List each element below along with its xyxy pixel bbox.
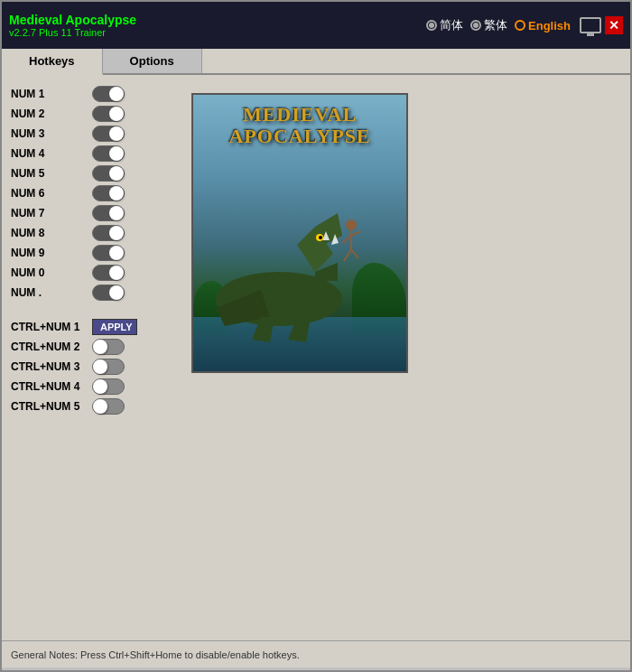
hotkey-row-num-10: NUM 0 bbox=[11, 263, 173, 283]
toggle-num3[interactable] bbox=[92, 126, 125, 142]
radio-simplified[interactable] bbox=[426, 20, 437, 31]
hotkey-label-num0: NUM 0 bbox=[11, 266, 83, 279]
hotkey-label-num1: NUM 1 bbox=[11, 88, 83, 100]
hotkey-label-num6: NUM 6 bbox=[11, 187, 83, 200]
hotkey-label-ctrlnum3: CTRL+NUM 3 bbox=[11, 360, 83, 373]
hotkey-label-num2: NUM 2 bbox=[11, 107, 83, 120]
toggle-num7[interactable] bbox=[92, 205, 125, 221]
hotkey-row-ctrl-2: CTRL+NUM 2 bbox=[11, 337, 173, 357]
lang-simplified-label: 简体 bbox=[440, 17, 463, 33]
hotkey-row-num-3: NUM 3 bbox=[11, 124, 173, 144]
title-bar: Medieval Apocalypse v2.2.7 Plus 11 Train… bbox=[2, 2, 630, 49]
toggle-num5[interactable] bbox=[92, 165, 125, 182]
hotkey-row-num-9: NUM 9 bbox=[11, 243, 173, 263]
toggle-num0[interactable] bbox=[92, 265, 125, 281]
hotkey-label-num8: NUM 8 bbox=[11, 227, 83, 239]
toggle-num2[interactable] bbox=[92, 106, 125, 122]
title-right: 简体 繁体 English ✕ bbox=[426, 16, 623, 34]
monitor-button[interactable] bbox=[580, 17, 601, 33]
ctrl-hotkeys-group: CTRL+NUM 1APPLYCTRL+NUM 2CTRL+NUM 3CTRL+… bbox=[11, 317, 173, 416]
hotkey-row-num-6: NUM 6 bbox=[11, 183, 173, 203]
hotkey-row-num-8: NUM 8 bbox=[11, 223, 173, 243]
lang-english[interactable]: English bbox=[515, 19, 571, 33]
title-left: Medieval Apocalypse v2.2.7 Plus 11 Train… bbox=[9, 13, 136, 38]
hotkey-row-ctrl-1: CTRL+NUM 1APPLY bbox=[11, 317, 173, 337]
hotkey-row-num-1: NUM 1 bbox=[11, 84, 173, 104]
hotkey-label-num7: NUM 7 bbox=[11, 207, 83, 219]
toggle-num9[interactable] bbox=[92, 245, 125, 261]
toggle-num6[interactable] bbox=[92, 185, 125, 201]
hotkey-label-num.: NUM . bbox=[11, 286, 83, 299]
game-cover: MEDIEVALAPOCALYPSE bbox=[191, 93, 408, 373]
toggle-ctrlnum2[interactable] bbox=[92, 339, 125, 355]
toggle-ctrlnum5[interactable] bbox=[92, 398, 125, 415]
footer-text: General Notes: Press Ctrl+Shift+Home to … bbox=[11, 649, 300, 660]
hotkey-row-num-7: NUM 7 bbox=[11, 203, 173, 223]
hotkey-row-ctrl-4: CTRL+NUM 4 bbox=[11, 377, 173, 397]
language-options: 简体 繁体 English bbox=[426, 17, 571, 33]
tab-hotkeys[interactable]: Hotkeys bbox=[2, 49, 103, 75]
hotkey-row-ctrl-5: CTRL+NUM 5 bbox=[11, 397, 173, 416]
radio-traditional[interactable] bbox=[470, 20, 481, 31]
svg-point-11 bbox=[346, 219, 357, 230]
hotkey-label-ctrlnum2: CTRL+NUM 2 bbox=[11, 341, 83, 353]
close-button[interactable]: ✕ bbox=[605, 16, 623, 34]
hotkey-label-num5: NUM 5 bbox=[11, 167, 83, 180]
lang-traditional[interactable]: 繁体 bbox=[470, 17, 507, 33]
app-subtitle: v2.2.7 Plus 11 Trainer bbox=[9, 27, 136, 38]
tab-bar: Hotkeys Options bbox=[2, 49, 630, 75]
toggle-num8[interactable] bbox=[92, 225, 125, 241]
svg-line-13 bbox=[342, 236, 351, 243]
toggle-ctrlnum4[interactable] bbox=[92, 378, 125, 395]
main-content: NUM 1NUM 2NUM 3NUM 4NUM 5NUM 6NUM 7NUM 8… bbox=[2, 75, 630, 640]
window-controls: ✕ bbox=[580, 16, 623, 34]
hotkey-row-num-2: NUM 2 bbox=[11, 104, 173, 124]
lang-english-label: English bbox=[528, 19, 571, 33]
lang-traditional-label: 繁体 bbox=[484, 17, 507, 33]
cover-title-area: MEDIEVALAPOCALYPSE bbox=[193, 104, 406, 147]
crocodile-svg bbox=[198, 209, 396, 344]
hotkey-row-ctrl-3: CTRL+NUM 3 bbox=[11, 357, 173, 377]
hotkey-row-num-11: NUM . bbox=[11, 283, 173, 303]
num-hotkeys-group: NUM 1NUM 2NUM 3NUM 4NUM 5NUM 6NUM 7NUM 8… bbox=[11, 84, 173, 303]
hotkey-label-ctrlnum5: CTRL+NUM 5 bbox=[11, 400, 83, 413]
svg-line-15 bbox=[344, 249, 351, 261]
svg-line-16 bbox=[351, 249, 358, 258]
toggle-num1[interactable] bbox=[92, 86, 125, 102]
toggle-num.[interactable] bbox=[92, 285, 125, 301]
cover-title: MEDIEVALAPOCALYPSE bbox=[193, 104, 406, 147]
svg-line-14 bbox=[351, 231, 360, 236]
hotkey-row-num-4: NUM 4 bbox=[11, 144, 173, 163]
hotkey-label-num9: NUM 9 bbox=[11, 247, 83, 259]
toggle-ctrlnum3[interactable] bbox=[92, 359, 125, 375]
footer: General Notes: Press Ctrl+Shift+Home to … bbox=[2, 640, 630, 667]
app-title: Medieval Apocalypse bbox=[9, 13, 136, 27]
toggle-num4[interactable] bbox=[92, 145, 125, 162]
tab-options[interactable]: Options bbox=[103, 49, 202, 73]
hotkey-row-num-5: NUM 5 bbox=[11, 163, 173, 183]
hotkey-label-ctrlnum1: CTRL+NUM 1 bbox=[11, 321, 83, 333]
hotkey-label-ctrlnum4: CTRL+NUM 4 bbox=[11, 380, 83, 393]
apply-button[interactable]: APPLY bbox=[92, 319, 137, 335]
hotkey-label-num4: NUM 4 bbox=[11, 147, 83, 160]
lang-simplified[interactable]: 简体 bbox=[426, 17, 463, 33]
hotkey-label-num3: NUM 3 bbox=[11, 127, 83, 140]
image-panel: MEDIEVALAPOCALYPSE bbox=[191, 84, 621, 631]
radio-english[interactable] bbox=[515, 20, 525, 31]
hotkeys-panel: NUM 1NUM 2NUM 3NUM 4NUM 5NUM 6NUM 7NUM 8… bbox=[11, 84, 173, 631]
svg-point-10 bbox=[319, 236, 322, 239]
